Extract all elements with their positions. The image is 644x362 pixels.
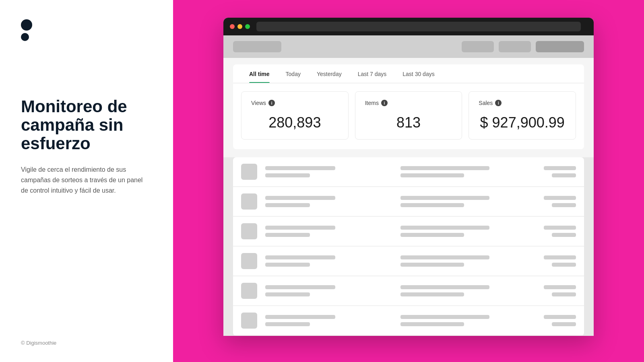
- row-mid-line: [400, 315, 489, 319]
- row-line: [265, 263, 310, 267]
- row-thumbnail: [241, 223, 257, 239]
- row-mid: [400, 166, 528, 177]
- row-thumbnail: [241, 253, 257, 269]
- row-right-line: [544, 285, 576, 289]
- left-panel: Monitoreo de campaña sin esfuerzo Vigile…: [0, 0, 173, 362]
- topbar-placeholder-nav: [233, 41, 281, 52]
- headline: Monitoreo de campaña sin esfuerzo: [21, 97, 152, 153]
- tab-today[interactable]: Today: [278, 64, 309, 83]
- stat-card-sales: Sales i $ 927,900.99: [469, 91, 576, 140]
- row-right-line: [544, 196, 576, 200]
- stat-label-views: Views i: [251, 100, 339, 106]
- list-item[interactable]: [233, 276, 584, 305]
- row-line: [265, 203, 310, 207]
- stats-section: All time Today Yesterday Last 7 days Las…: [223, 58, 594, 157]
- topbar-placeholder-btn1: [462, 41, 494, 52]
- row-right: [536, 285, 576, 296]
- row-lines-left: [265, 226, 392, 237]
- row-right: [536, 166, 576, 177]
- sales-label-text: Sales: [479, 100, 493, 106]
- row-mid-line: [400, 196, 489, 200]
- browser-dot-red: [230, 24, 235, 29]
- list-container: [233, 157, 584, 336]
- right-panel: All time Today Yesterday Last 7 days Las…: [173, 0, 644, 362]
- row-right-line: [544, 315, 576, 319]
- items-info-icon[interactable]: i: [381, 100, 388, 106]
- row-right-line: [552, 173, 576, 177]
- row-mid: [400, 285, 528, 296]
- row-lines-left: [265, 285, 392, 296]
- row-mid-line: [400, 173, 464, 177]
- row-lines-left: [265, 166, 392, 177]
- items-value: 813: [365, 114, 452, 131]
- logo-dot-small: [21, 33, 29, 41]
- browser-mockup: All time Today Yesterday Last 7 days Las…: [223, 18, 594, 336]
- row-lines-left: [265, 255, 392, 267]
- row-line: [265, 322, 310, 326]
- list-item[interactable]: [233, 217, 584, 246]
- row-right: [536, 226, 576, 237]
- browser-topbar: [223, 18, 594, 35]
- row-right: [536, 196, 576, 207]
- row-thumbnail: [241, 313, 257, 329]
- tab-yesterday[interactable]: Yesterday: [309, 64, 350, 83]
- row-right-line: [544, 226, 576, 230]
- row-mid-line: [400, 203, 464, 207]
- logo-dot-large: [21, 19, 32, 31]
- stat-label-sales: Sales i: [479, 100, 566, 106]
- row-mid-line: [400, 166, 489, 170]
- row-line: [265, 233, 310, 237]
- browser-addressbar: [256, 22, 581, 31]
- row-right-line: [544, 166, 576, 170]
- row-lines-left: [265, 196, 392, 207]
- row-line: [265, 285, 335, 289]
- stat-card-items: Items i 813: [355, 91, 462, 140]
- topbar-placeholder-btn2: [499, 41, 531, 52]
- row-mid-line: [400, 285, 489, 289]
- row-line: [265, 292, 310, 296]
- browser-dots: [230, 24, 250, 29]
- row-right-line: [552, 263, 576, 267]
- tab-last7days[interactable]: Last 7 days: [350, 64, 395, 83]
- views-value: 280,893: [251, 114, 339, 131]
- row-line: [265, 226, 335, 230]
- row-thumbnail: [241, 193, 257, 210]
- row-mid-line: [400, 292, 464, 296]
- row-line: [265, 255, 335, 259]
- row-thumbnail: [241, 164, 257, 180]
- browser-dot-yellow: [237, 24, 242, 29]
- list-item[interactable]: [233, 187, 584, 216]
- row-mid-line: [400, 255, 489, 259]
- topbar-placeholder-btn3: [536, 41, 584, 52]
- items-label-text: Items: [365, 100, 379, 106]
- row-right-line: [552, 233, 576, 237]
- logo: [21, 19, 152, 41]
- row-mid-line: [400, 233, 464, 237]
- row-right: [536, 255, 576, 267]
- tabs-bar: All time Today Yesterday Last 7 days Las…: [233, 64, 584, 83]
- browser-body: All time Today Yesterday Last 7 days Las…: [223, 35, 594, 336]
- list-item[interactable]: [233, 247, 584, 276]
- row-mid: [400, 196, 528, 207]
- copyright: © Digismoothie: [21, 340, 56, 346]
- list-section: [223, 157, 594, 336]
- subtext: Vigile de cerca el rendimiento de sus ca…: [21, 165, 150, 196]
- row-mid-line: [400, 226, 489, 230]
- row-line: [265, 166, 335, 170]
- views-label-text: Views: [251, 100, 266, 106]
- row-right-line: [552, 292, 576, 296]
- stats-cards: Views i 280,893 Items i 813: [233, 83, 584, 149]
- row-right-line: [544, 255, 576, 259]
- list-item[interactable]: [233, 157, 584, 186]
- list-item[interactable]: [233, 306, 584, 335]
- sales-info-icon[interactable]: i: [495, 100, 502, 106]
- row-right: [536, 315, 576, 326]
- tab-last30days[interactable]: Last 30 days: [394, 64, 442, 83]
- row-right-line: [552, 203, 576, 207]
- row-mid: [400, 255, 528, 267]
- row-mid: [400, 226, 528, 237]
- tab-all-time[interactable]: All time: [241, 64, 278, 83]
- row-mid: [400, 315, 528, 326]
- sales-value: $ 927,900.99: [479, 114, 566, 131]
- views-info-icon[interactable]: i: [268, 100, 275, 106]
